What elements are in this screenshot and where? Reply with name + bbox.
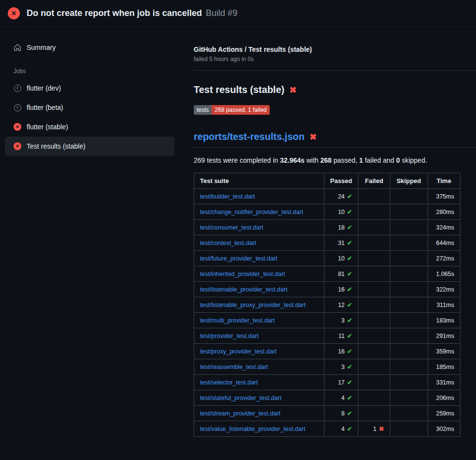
- page-title: Do not create report when job is cancell…: [27, 8, 202, 18]
- check-icon: ✔: [347, 286, 352, 293]
- cross-cell: [358, 189, 390, 204]
- failed-status-icon: ✕: [8, 7, 20, 19]
- skip-cell: [390, 189, 428, 204]
- skip-cell: [390, 297, 428, 313]
- skip-cell: [390, 204, 428, 220]
- check-cell: 16✔: [324, 344, 358, 359]
- badge-label: tests: [194, 105, 212, 115]
- test-suite-link[interactable]: test/future_provider_test.dart: [200, 255, 277, 262]
- test-suite-link[interactable]: test/reassemble_test.dart: [200, 364, 268, 370]
- table-row: test/stateful_provider_test.dart4✔206ms: [194, 390, 461, 406]
- check-icon: ✔: [347, 255, 352, 262]
- failed-status-icon: ✕: [14, 123, 21, 131]
- tests-badge: tests 268 passed, 1 failed: [194, 105, 270, 115]
- time-cell: 359ms: [428, 344, 460, 359]
- sidebar-item-flutter-stable[interactable]: ✕ flutter (stable): [5, 117, 174, 137]
- check-icon: ✔: [347, 209, 352, 215]
- sidebar-item-flutter-dev[interactable]: ! flutter (dev): [5, 78, 174, 98]
- table-row: test/multi_provider_test.dart3✔183ms: [194, 313, 461, 328]
- cross-cell: [358, 266, 390, 282]
- test-suite-link[interactable]: test/stream_provider_test.dart: [200, 410, 280, 417]
- cross-cell: [358, 359, 390, 375]
- table-row: test/future_provider_test.dart10✔272ms: [194, 251, 461, 266]
- test-suite-link[interactable]: test/value_listenable_provider_test.dart: [200, 426, 306, 432]
- skip-cell: [390, 235, 428, 251]
- test-suite-link[interactable]: test/provider_test.dart: [200, 333, 259, 339]
- check-cell: 10✔: [324, 251, 358, 266]
- check-cell: 18✔: [324, 220, 358, 235]
- cross-icon: ✖: [309, 132, 317, 142]
- test-suite-link[interactable]: test/proxy_provider_test.dart: [200, 348, 276, 355]
- test-suite-cell: test/builder_test.dart: [194, 189, 324, 204]
- time-cell: 259ms: [428, 406, 460, 421]
- sidebar-item-label: flutter (dev): [27, 84, 61, 92]
- test-suite-cell: test/inherited_provider_test.dart: [194, 266, 324, 282]
- sidebar-item-flutter-beta[interactable]: ! flutter (beta): [5, 98, 174, 117]
- cross-cell: [358, 282, 390, 297]
- test-suite-cell: test/listenable_proxy_provider_test.dart: [194, 297, 324, 313]
- run-status: failed 5 hours ago in 0s: [194, 56, 461, 62]
- skip-cell: [390, 328, 428, 344]
- test-suite-link[interactable]: test/inherited_provider_test.dart: [200, 271, 285, 277]
- results-table-body: test/builder_test.dart24✔375mstest/chang…: [194, 189, 461, 437]
- cross-cell: [358, 313, 390, 328]
- time-cell: 185ms: [428, 359, 460, 375]
- table-header-row: Test suite Passed Failed Skipped Time: [194, 173, 461, 189]
- column-header-skipped: Skipped: [390, 173, 428, 189]
- check-title: Test results (stable): [194, 84, 284, 95]
- skip-cell: [390, 359, 428, 375]
- test-suite-link[interactable]: test/listenable_proxy_provider_test.dart: [200, 302, 306, 308]
- table-row: test/inherited_provider_test.dart81✔1.06…: [194, 266, 461, 282]
- test-suite-link[interactable]: test/stateful_provider_test.dart: [200, 395, 281, 401]
- test-suite-link[interactable]: test/builder_test.dart: [200, 193, 255, 200]
- check-icon: ✔: [347, 317, 352, 324]
- cross-cell: [358, 344, 390, 359]
- check-cell: 11✔: [324, 328, 358, 344]
- skip-cell: [390, 406, 428, 421]
- check-cell: 4✔: [324, 421, 358, 437]
- table-row: test/listenable_proxy_provider_test.dart…: [194, 297, 461, 313]
- report-file-link[interactable]: reports/test-results.json: [194, 131, 305, 142]
- check-cell: 31✔: [324, 235, 358, 251]
- check-cell: 10✔: [324, 204, 358, 220]
- cross-cell: [358, 406, 390, 421]
- divider: [194, 70, 476, 71]
- test-suite-cell: test/proxy_provider_test.dart: [194, 344, 324, 359]
- time-cell: 280ms: [428, 204, 460, 220]
- cross-cell: [358, 375, 390, 390]
- test-suite-link[interactable]: test/multi_provider_test.dart: [200, 317, 275, 324]
- sidebar-item-test-results-stable[interactable]: ✕ Test results (stable): [5, 137, 174, 156]
- test-suite-cell: test/reassemble_test.dart: [194, 359, 324, 375]
- test-suite-cell: test/provider_test.dart: [194, 328, 324, 344]
- page-header: ✕ Do not create report when job is cance…: [0, 0, 476, 27]
- badge-value: 268 passed, 1 failed: [212, 105, 269, 115]
- column-header-passed: Passed: [324, 173, 358, 189]
- column-header-time: Time: [428, 173, 460, 189]
- skip-cell: [390, 375, 428, 390]
- failed-status-icon: ✕: [14, 142, 21, 150]
- table-row: test/builder_test.dart24✔375ms: [194, 189, 461, 204]
- test-suite-link[interactable]: test/listenable_provider_test.dart: [200, 286, 288, 293]
- skip-cell: [390, 220, 428, 235]
- test-suite-cell: test/value_listenable_provider_test.dart: [194, 421, 324, 437]
- check-cell: 3✔: [324, 313, 358, 328]
- test-suite-link[interactable]: test/selector_test.dart: [200, 379, 258, 386]
- check-cell: 4✔: [324, 390, 358, 406]
- test-suite-cell: test/selector_test.dart: [194, 375, 324, 390]
- check-icon: ✔: [347, 379, 352, 386]
- time-cell: 183ms: [428, 313, 460, 328]
- test-suite-cell: test/consumer_test.dart: [194, 220, 324, 235]
- check-icon: ✔: [347, 240, 352, 246]
- test-suite-link[interactable]: test/consumer_test.dart: [200, 224, 263, 231]
- check-cell: 8✔: [324, 406, 358, 421]
- check-cell: 24✔: [324, 189, 358, 204]
- column-header-test-suite: Test suite: [194, 173, 324, 189]
- results-table: Test suite Passed Failed Skipped Time te…: [194, 173, 461, 437]
- time-cell: 272ms: [428, 251, 460, 266]
- table-row: test/listenable_provider_test.dart16✔322…: [194, 282, 461, 297]
- time-cell: 206ms: [428, 390, 460, 406]
- sidebar-item-summary[interactable]: Summary: [5, 38, 174, 57]
- skip-cell: [390, 313, 428, 328]
- test-suite-link[interactable]: test/change_notifier_provider_test.dart: [200, 209, 303, 215]
- test-suite-link[interactable]: test/context_test.dart: [200, 240, 256, 246]
